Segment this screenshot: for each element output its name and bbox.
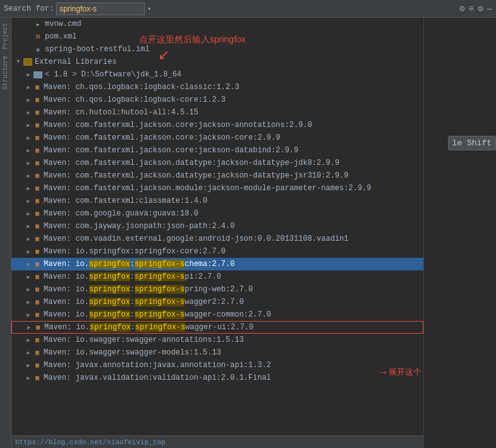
maven-icon: ▦ bbox=[33, 121, 42, 130]
tree-item[interactable]: ▼External Libraries bbox=[11, 56, 423, 68]
item-label: Maven: io.springfox:springfox-schema:2.7… bbox=[44, 260, 234, 269]
tree-arrow[interactable]: ▶ bbox=[24, 261, 33, 268]
maven-icon: ▦ bbox=[33, 108, 42, 117]
item-label: Maven: io.springfox:springfox-swagger-co… bbox=[44, 310, 271, 319]
tree-item[interactable]: ▶▦Maven: io.springfox:springfox-swagger-… bbox=[11, 321, 423, 334]
item-label: Maven: com.google.guava:guava:18.0 bbox=[44, 209, 198, 218]
tree-arrow[interactable]: ▶ bbox=[24, 362, 33, 369]
tree-arrow[interactable]: ▶ bbox=[24, 375, 33, 382]
tree-arrow[interactable]: ▼ bbox=[14, 59, 23, 65]
item-label: Maven: com.vaadin.external.google:androi… bbox=[44, 234, 348, 243]
tree-arrow[interactable]: ▶ bbox=[24, 97, 33, 104]
filter-icon[interactable]: ≡ bbox=[469, 4, 474, 14]
item-label: Maven: com.fasterxml:classmate:1.4.0 bbox=[44, 197, 207, 205]
project-tab[interactable]: Project bbox=[1, 20, 10, 52]
tree-arrow[interactable]: ▶ bbox=[24, 286, 33, 293]
tree-item[interactable]: ▶▦Maven: io.springfox:springfox-schema:2… bbox=[11, 258, 423, 270]
tree-arrow[interactable]: ▶ bbox=[24, 135, 33, 142]
maven-icon: ▦ bbox=[33, 197, 42, 205]
tree-arrow[interactable]: ▶ bbox=[24, 274, 33, 281]
maven-icon: ▦ bbox=[33, 310, 42, 319]
maven-icon: ▦ bbox=[33, 146, 42, 155]
tree-arrow[interactable]: ▶ bbox=[24, 223, 33, 230]
tree-arrow[interactable]: ▶ bbox=[24, 173, 33, 179]
tree-item[interactable]: ▶▦Maven: io.swagger:swagger-models:1.5.1… bbox=[11, 346, 423, 359]
search-label: Search for: bbox=[4, 4, 54, 13]
tree-item[interactable]: ▶▦Maven: io.springfox:springfox-core:2.7… bbox=[11, 245, 423, 258]
tree-arrow[interactable]: ▶ bbox=[24, 248, 33, 255]
tree-item[interactable]: ◈spring-boot-restful.iml bbox=[11, 43, 423, 56]
maven-icon: ▦ bbox=[33, 298, 42, 306]
maven-icon: ▦ bbox=[33, 260, 42, 269]
blog-url[interactable]: https://blog.csdn.net/xiaofeivip_top bbox=[15, 439, 166, 446]
item-label: Maven: com.fasterxml.jackson.core:jackso… bbox=[44, 121, 312, 130]
tree-arrow[interactable]: ▶ bbox=[24, 160, 33, 167]
gear-icon[interactable]: ⚙ bbox=[478, 3, 483, 14]
settings-icon[interactable]: ⚙ bbox=[459, 3, 464, 14]
item-label: Maven: com.fasterxml.jackson.module:jack… bbox=[44, 184, 371, 193]
item-label: External Libraries bbox=[35, 58, 117, 66]
tree-item[interactable]: ▶▦Maven: javax.validation:validation-api… bbox=[11, 372, 423, 384]
tree-item[interactable]: ▶▦Maven: io.springfox:springfox-swagger-… bbox=[11, 308, 423, 321]
dropdown-arrow[interactable]: ▾ bbox=[147, 5, 151, 13]
maven-icon: ▦ bbox=[33, 184, 42, 193]
tree-arrow[interactable]: ▶ bbox=[24, 236, 33, 243]
maven-icon: ▦ bbox=[33, 285, 42, 294]
item-label: Maven: io.swagger:swagger-models:1.5.13 bbox=[44, 348, 221, 357]
search-input[interactable] bbox=[56, 3, 145, 15]
item-label: Maven: com.fasterxml.jackson.core:jackso… bbox=[44, 146, 298, 155]
tree-item[interactable]: ▶▦Maven: com.jayway.jsonpath:json-path:2… bbox=[11, 220, 423, 233]
tree-arrow[interactable]: ▶ bbox=[24, 71, 33, 78]
tree-item[interactable]: ▶▦Maven: cn.hutool:hutool-all:4.5.15 bbox=[11, 106, 423, 119]
toolbar-icons: ⚙ ≡ ⚙ — bbox=[459, 3, 492, 14]
tree-arrow[interactable]: ▶ bbox=[24, 337, 33, 344]
maven-icon: ▦ bbox=[33, 209, 42, 218]
tree-arrow[interactable]: ▶ bbox=[24, 109, 33, 116]
structure-tab[interactable]: Structure bbox=[1, 53, 10, 92]
maven-icon: ▦ bbox=[33, 361, 42, 370]
maven-icon: ▦ bbox=[33, 348, 42, 357]
maven-icon: ▦ bbox=[33, 234, 42, 243]
tree-item[interactable]: ▸mvnw.cmd bbox=[11, 18, 423, 30]
tree-arrow[interactable]: ▶ bbox=[24, 84, 33, 91]
item-label: Maven: io.springfox:springfox-spring-web… bbox=[44, 285, 253, 294]
tree-arrow[interactable]: ▶ bbox=[24, 210, 33, 217]
tree-arrow[interactable]: ▶ bbox=[24, 198, 33, 205]
tree-item[interactable]: ▶▦Maven: ch.qos.logback:logback-classic:… bbox=[11, 81, 423, 94]
tree-item[interactable]: ▶< 1.8 > D:\Software\jdk_1.8_64 bbox=[11, 68, 423, 81]
tree-arrow[interactable]: ▶ bbox=[24, 312, 33, 318]
tree-item[interactable]: mpom.xml bbox=[11, 30, 423, 43]
maven-icon: ▦ bbox=[33, 247, 42, 256]
tree-item[interactable]: ▶▦Maven: ch.qos.logback:logback-core:1.2… bbox=[11, 94, 423, 106]
tree-item[interactable]: ▶▦Maven: com.fasterxml.jackson.core:jack… bbox=[11, 119, 423, 131]
close-icon[interactable]: — bbox=[487, 4, 492, 14]
item-label: mvnw.cmd bbox=[45, 20, 82, 28]
tree-item[interactable]: ▶▦Maven: com.google.guava:guava:18.0 bbox=[11, 207, 423, 220]
lib-icon bbox=[23, 57, 33, 67]
tree-item[interactable]: ▶▦Maven: io.springfox:springfox-spi:2.7.… bbox=[11, 270, 423, 283]
item-label: Maven: com.fasterxml.jackson.datatype:ja… bbox=[44, 171, 348, 180]
maven-icon: ▦ bbox=[33, 95, 42, 104]
tree-item[interactable]: ▶▦Maven: com.vaadin.external.google:andr… bbox=[11, 233, 423, 245]
tree-arrow[interactable]: ▶ bbox=[24, 122, 33, 129]
tree-item[interactable]: ▶▦Maven: io.springfox:springfox-spring-w… bbox=[11, 283, 423, 296]
tree-item[interactable]: ▶▦Maven: io.swagger:swagger-annotations:… bbox=[11, 334, 423, 346]
item-label: Maven: javax.annotation:javax.annotation… bbox=[44, 361, 271, 370]
tree-arrow[interactable]: ▶ bbox=[24, 349, 33, 356]
maven-icon: ▦ bbox=[33, 336, 42, 344]
tree-item[interactable]: ▶▦Maven: com.fasterxml.jackson.datatype:… bbox=[11, 169, 423, 182]
tree-arrow[interactable]: ▶ bbox=[24, 185, 33, 192]
tree-item[interactable]: ▶▦Maven: com.fasterxml.jackson.core:jack… bbox=[11, 144, 423, 157]
tree-item[interactable]: ▶▦Maven: io.springfox:springfox-swagger2… bbox=[11, 296, 423, 308]
tree-item[interactable]: ▶▦Maven: javax.annotation:javax.annotati… bbox=[11, 359, 423, 372]
tree-item[interactable]: ▶▦Maven: com.fasterxml.jackson.core:jack… bbox=[11, 131, 423, 144]
tree-arrow[interactable]: ▶ bbox=[24, 299, 33, 306]
tree-item[interactable]: ▶▦Maven: com.fasterxml.jackson.datatype:… bbox=[11, 157, 423, 169]
le-shift-hint: le Shift bbox=[448, 136, 496, 150]
maven-icon: ▦ bbox=[33, 272, 42, 281]
tree-item[interactable]: ▶▦Maven: com.fasterxml:classmate:1.4.0 bbox=[11, 195, 423, 207]
item-label: Maven: javax.validation:validation-api:2… bbox=[44, 373, 271, 382]
tree-item[interactable]: ▶▦Maven: com.fasterxml.jackson.module:ja… bbox=[11, 182, 423, 195]
tree-arrow[interactable]: ▶ bbox=[25, 324, 33, 331]
tree-arrow[interactable]: ▶ bbox=[24, 147, 33, 154]
